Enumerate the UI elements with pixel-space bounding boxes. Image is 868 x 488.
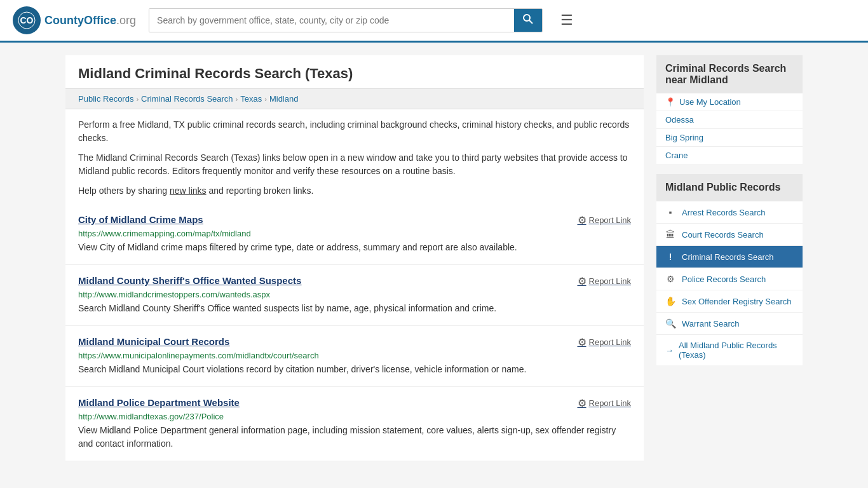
public-records-header: Midland Public Records (656, 174, 803, 201)
result-link-1[interactable]: City of Midland Crime Maps (78, 214, 203, 225)
sidebar: Criminal Records Search near Midland 📍 U… (656, 55, 803, 461)
description-paragraph-1: Perform a free Midland, TX public crimin… (78, 118, 631, 145)
location-pin-icon: 📍 (665, 97, 675, 107)
sidebar-item-sex-offender[interactable]: ✋ Sex Offender Registry Search (656, 290, 803, 312)
description-paragraph-3: Help others by sharing new links and rep… (78, 184, 631, 198)
result-title: Midland County Sheriff's Office Wanted S… (78, 275, 631, 287)
sidebar-city-odessa[interactable]: Odessa (656, 111, 803, 128)
result-url-1: https://www.crimemapping.com/map/tx/midl… (78, 229, 631, 238)
svg-line-3 (529, 20, 532, 24)
sidebar-item-police-records[interactable]: ⚙ Police Records Search (656, 268, 803, 290)
result-item: Midland County Sheriff's Office Wanted S… (65, 265, 644, 326)
public-records-section: Midland Public Records ▪ Arrest Records … (656, 174, 803, 365)
page-title: Midland Criminal Records Search (Texas) (65, 55, 644, 88)
result-title: City of Midland Crime Maps ⚙ Report Link (78, 214, 631, 226)
logo-icon: CO (13, 6, 41, 34)
search-input[interactable] (149, 9, 514, 32)
result-url-3: https://www.municipalonlinepayments.com/… (78, 351, 631, 360)
nearby-section: Criminal Records Search near Midland 📍 U… (656, 55, 803, 164)
result-link-4[interactable]: Midland Police Department Website (78, 397, 240, 408)
hamburger-button[interactable]: ☰ (555, 10, 578, 31)
result-desc-3: Search Midland Municipal Court violation… (78, 363, 631, 376)
svg-text:CO: CO (20, 15, 34, 25)
report-link-2[interactable]: ⚙ Report Link (578, 275, 631, 287)
result-title: Midland Municipal Court Records ⚙ Report… (78, 336, 631, 348)
report-link-icon: ⚙ (578, 336, 587, 348)
sidebar-item-criminal-records[interactable]: ! Criminal Records Search (656, 245, 803, 268)
sidebar-item-warrant-search[interactable]: 🔍 Warrant Search (656, 312, 803, 334)
report-link-icon: ⚙ (578, 275, 587, 287)
arrest-records-icon: ▪ (665, 207, 675, 217)
breadcrumb-texas[interactable]: Texas (240, 94, 262, 104)
warrant-search-icon: 🔍 (665, 318, 675, 329)
result-link-2[interactable]: Midland County Sheriff's Office Wanted S… (78, 275, 301, 286)
breadcrumb-midland[interactable]: Midland (269, 94, 299, 104)
sidebar-city-big-spring[interactable]: Big Spring (656, 128, 803, 146)
result-url-4: http://www.midlandtexas.gov/237/Police (78, 412, 631, 421)
logo-text: CountyOffice.org (44, 14, 136, 27)
svg-point-2 (524, 15, 530, 21)
result-item: City of Midland Crime Maps ⚙ Report Link… (65, 204, 644, 265)
sidebar-item-court-records[interactable]: 🏛 Court Records Search (656, 223, 803, 245)
search-button[interactable] (514, 9, 542, 32)
police-records-icon: ⚙ (665, 274, 675, 284)
breadcrumb: Public Records › Criminal Records Search… (65, 88, 644, 109)
result-title: Midland Police Department Website ⚙ Repo… (78, 397, 631, 409)
arrow-right-icon: → (665, 346, 674, 355)
result-link-3[interactable]: Midland Municipal Court Records (78, 336, 229, 347)
result-item: Midland Police Department Website ⚙ Repo… (65, 387, 644, 461)
result-desc-1: View City of Midland crime maps filtered… (78, 241, 631, 254)
report-link-4[interactable]: ⚙ Report Link (578, 397, 631, 409)
use-my-location[interactable]: 📍 Use My Location (656, 93, 803, 111)
result-desc-4: View Midland Police Department general i… (78, 424, 631, 451)
results-list: City of Midland Crime Maps ⚙ Report Link… (65, 204, 644, 461)
sidebar-item-arrest-records[interactable]: ▪ Arrest Records Search (656, 201, 803, 223)
report-link-1[interactable]: ⚙ Report Link (578, 214, 631, 226)
description-paragraph-2: The Midland Criminal Records Search (Tex… (78, 151, 631, 178)
nearby-header: Criminal Records Search near Midland (656, 55, 803, 93)
breadcrumb-public-records[interactable]: Public Records (78, 94, 133, 104)
result-desc-2: Search Midland County Sheriff's Office w… (78, 302, 631, 315)
sex-offender-icon: ✋ (665, 296, 675, 306)
search-bar[interactable] (149, 8, 543, 32)
new-links-link[interactable]: new links (170, 186, 207, 196)
sidebar-all-records-link[interactable]: → All Midland Public Records (Texas) (656, 334, 803, 365)
description-section: Perform a free Midland, TX public crimin… (65, 109, 644, 198)
report-link-icon: ⚙ (578, 214, 587, 226)
court-records-icon: 🏛 (665, 229, 675, 240)
sidebar-city-crane[interactable]: Crane (656, 146, 803, 164)
report-link-3[interactable]: ⚙ Report Link (578, 336, 631, 348)
criminal-records-icon: ! (665, 252, 675, 262)
result-url-2: http://www.midlandcrimestoppers.com/want… (78, 290, 631, 299)
result-item: Midland Municipal Court Records ⚙ Report… (65, 326, 644, 387)
breadcrumb-criminal-records-search[interactable]: Criminal Records Search (141, 94, 233, 104)
logo-area[interactable]: CO CountyOffice.org (13, 6, 136, 34)
report-link-icon: ⚙ (578, 397, 587, 409)
